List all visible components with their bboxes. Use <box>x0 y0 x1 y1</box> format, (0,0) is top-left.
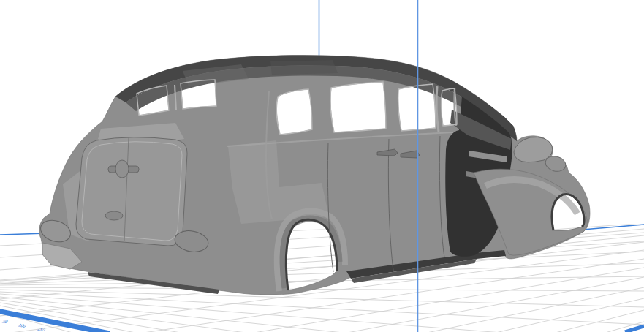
trunk-handle-hub <box>115 160 129 178</box>
viewport-3d[interactable]: 50 100 150 <box>0 0 644 332</box>
scene-canvas: 50 100 150 <box>0 0 644 332</box>
trunk-lid <box>76 137 187 246</box>
roof-facet <box>270 60 338 75</box>
trunk-latch <box>105 211 123 220</box>
